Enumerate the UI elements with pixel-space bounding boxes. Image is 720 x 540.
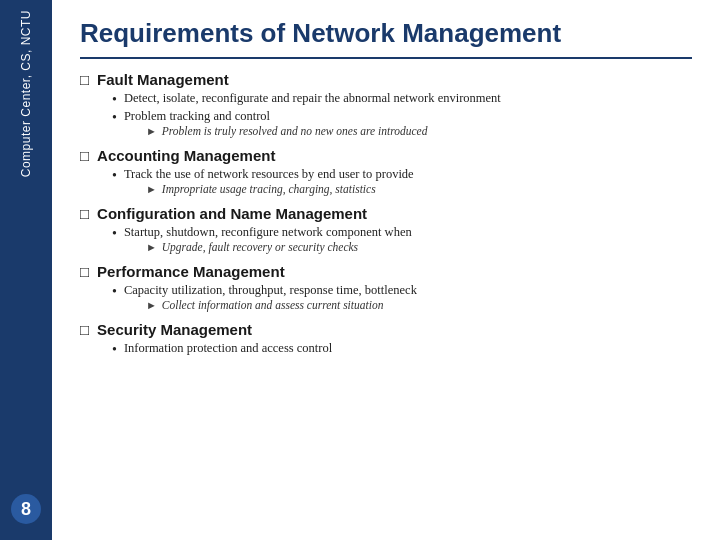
- sub-bullet-list: ►Collect information and assess current …: [146, 299, 417, 311]
- q-bullet: □: [80, 263, 89, 280]
- bullet-dot: •: [112, 168, 117, 184]
- sub-list-item: ►Collect information and assess current …: [146, 299, 417, 311]
- section-title-security: □Security Management: [80, 321, 692, 338]
- section-title-performance: □Performance Management: [80, 263, 692, 280]
- slide-number: 8: [11, 494, 41, 524]
- q-bullet: □: [80, 321, 89, 338]
- section-title-text: Accounting Management: [97, 147, 275, 164]
- bullet-text: Information protection and access contro…: [124, 341, 332, 355]
- bullet-text: Capacity utilization, throughput, respon…: [124, 283, 417, 297]
- sub-bullet-list: ►Upgrade, fault recovery or security che…: [146, 241, 412, 253]
- section-title-text: Fault Management: [97, 71, 229, 88]
- page-title: Requirements of Network Management: [80, 18, 692, 49]
- q-bullet: □: [80, 71, 89, 88]
- bullet-text: Track the use of network resources by en…: [124, 167, 414, 181]
- sub-list-item: ►Impropriate usage tracing, charging, st…: [146, 183, 414, 195]
- sub-bullet-list: ►Problem is truly resolved and no new on…: [146, 125, 428, 137]
- title-divider: [80, 57, 692, 59]
- list-item: • Information protection and access cont…: [112, 341, 692, 358]
- q-bullet: □: [80, 205, 89, 222]
- sub-list-item: ►Problem is truly resolved and no new on…: [146, 125, 428, 137]
- bullet-dot: •: [112, 110, 117, 126]
- arrow-icon: ►: [146, 241, 157, 253]
- bullet-text: Detect, isolate, reconfigurate and repai…: [124, 91, 501, 105]
- sidebar-label: Computer Center, CS, NCTU: [18, 10, 35, 177]
- sub-bullet-list: ►Impropriate usage tracing, charging, st…: [146, 183, 414, 195]
- section-fault: □Fault Management• Detect, isolate, reco…: [80, 71, 692, 138]
- bullet-text: Problem tracking and control: [124, 109, 270, 123]
- list-item: • Problem tracking and control ►Problem …: [112, 109, 692, 138]
- arrow-icon: ►: [146, 299, 157, 311]
- q-bullet: □: [80, 147, 89, 164]
- bullet-list-accounting: • Track the use of network resources by …: [112, 167, 692, 196]
- list-item: • Track the use of network resources by …: [112, 167, 692, 196]
- bullet-text: Startup, shutdown, reconfigure network c…: [124, 225, 412, 239]
- section-title-accounting: □Accounting Management: [80, 147, 692, 164]
- bullet-dot: •: [112, 342, 117, 358]
- section-title-configuration: □Configuration and Name Management: [80, 205, 692, 222]
- sub-bullet-text: Upgrade, fault recovery or security chec…: [162, 241, 358, 253]
- bullet-list-fault: • Detect, isolate, reconfigurate and rep…: [112, 91, 692, 138]
- arrow-icon: ►: [146, 125, 157, 137]
- bullet-list-performance: • Capacity utilization, throughput, resp…: [112, 283, 692, 312]
- sub-list-item: ►Upgrade, fault recovery or security che…: [146, 241, 412, 253]
- section-configuration: □Configuration and Name Management• Star…: [80, 205, 692, 254]
- list-item: • Detect, isolate, reconfigurate and rep…: [112, 91, 692, 108]
- section-title-fault: □Fault Management: [80, 71, 692, 88]
- bullet-list-configuration: • Startup, shutdown, reconfigure network…: [112, 225, 692, 254]
- sub-bullet-text: Impropriate usage tracing, charging, sta…: [162, 183, 376, 195]
- bullet-dot: •: [112, 92, 117, 108]
- section-title-text: Configuration and Name Management: [97, 205, 367, 222]
- list-item: • Startup, shutdown, reconfigure network…: [112, 225, 692, 254]
- section-title-text: Performance Management: [97, 263, 285, 280]
- bullet-dot: •: [112, 284, 117, 300]
- section-accounting: □Accounting Management• Track the use of…: [80, 147, 692, 196]
- section-performance: □Performance Management• Capacity utiliz…: [80, 263, 692, 312]
- arrow-icon: ►: [146, 183, 157, 195]
- section-title-text: Security Management: [97, 321, 252, 338]
- list-item: • Capacity utilization, throughput, resp…: [112, 283, 692, 312]
- sub-bullet-text: Collect information and assess current s…: [162, 299, 384, 311]
- main-content: Requirements of Network Management □Faul…: [52, 0, 720, 540]
- sections-container: □Fault Management• Detect, isolate, reco…: [80, 71, 692, 367]
- bullet-list-security: • Information protection and access cont…: [112, 341, 692, 358]
- bullet-dot: •: [112, 226, 117, 242]
- sub-bullet-text: Problem is truly resolved and no new one…: [162, 125, 428, 137]
- section-security: □Security Management• Information protec…: [80, 321, 692, 358]
- sidebar: Computer Center, CS, NCTU 8: [0, 0, 52, 540]
